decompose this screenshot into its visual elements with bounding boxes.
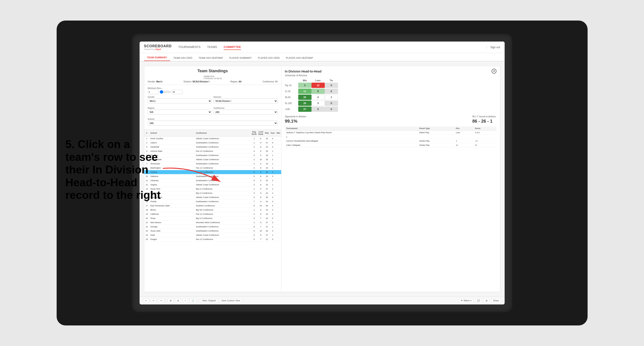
cell-rds: 30 bbox=[264, 204, 270, 208]
h2h-title: In Division Head-to-Head bbox=[285, 70, 322, 73]
cell-rds: 30 bbox=[264, 170, 270, 174]
opponents-label: Opponents in division: bbox=[285, 115, 306, 118]
region-select[interactable]: N/A bbox=[148, 110, 212, 114]
cell-tour: 1 bbox=[270, 153, 276, 158]
subnav-player-summary[interactable]: PLAYER SUMMARY bbox=[226, 55, 255, 61]
cell-rank: 23 bbox=[144, 229, 150, 233]
cell-rds: 21 bbox=[264, 225, 270, 229]
division-select[interactable]: NCAA Division I bbox=[214, 99, 278, 103]
cell-event-type: Stroke Play bbox=[418, 139, 455, 143]
undo-button[interactable]: ↩ bbox=[143, 298, 149, 303]
table-row[interactable]: 7 Tennessee Southeastern Conference 4 6 … bbox=[144, 162, 281, 166]
table-row[interactable]: 22 Georgia Southeastern Conference 8 7 2… bbox=[144, 225, 281, 229]
nav-tournaments[interactable]: TOURNAMENTS bbox=[178, 44, 200, 50]
cell-pos bbox=[454, 135, 474, 139]
table-row[interactable]: 24 Duke Atlantic Coast Conference 5 9 27… bbox=[144, 233, 281, 237]
redo-button[interactable]: ↪ bbox=[158, 298, 164, 303]
close-button[interactable]: ✕ bbox=[492, 69, 496, 74]
region-filter: Region N/A bbox=[148, 107, 212, 114]
comment-btn[interactable]: 💬 bbox=[475, 298, 482, 303]
watch-btn[interactable]: 👁 Watch ▾ bbox=[458, 298, 474, 303]
cell-reg-rank: 3 bbox=[251, 216, 258, 220]
subnav-team-h2h-heatmap[interactable]: TEAM H2H HEATMAP bbox=[195, 55, 226, 61]
table-row[interactable]: 12 Virginia Atlantic Coast Conference 3 … bbox=[144, 183, 281, 187]
cell-school: Georgia bbox=[150, 225, 195, 229]
nav-teams[interactable]: TEAMS bbox=[207, 44, 217, 50]
subnav-team-summary[interactable]: TEAM SUMMARY bbox=[144, 54, 170, 61]
cell-conf-rank: 9 bbox=[258, 208, 264, 212]
col-rds: Rds bbox=[264, 130, 270, 137]
h2h-tie-cell: 0 bbox=[325, 101, 338, 106]
table-row[interactable]: 1 North Carolina Atlantic Coast Conferen… bbox=[144, 137, 281, 141]
table-row[interactable]: 20 Texas Big 12 Conference 3 7 20 0 bbox=[144, 216, 281, 220]
table-row[interactable]: 5 Ole Miss Southeastern Conference 3 6 1… bbox=[144, 153, 281, 158]
subnav-player-h2h-grid[interactable]: PLAYER H2H GRID bbox=[255, 55, 283, 61]
cell-tour: 1 bbox=[270, 149, 276, 153]
table-row[interactable]: 11 Arkansas Southeastern Conference 6 8 … bbox=[144, 178, 281, 183]
cell-conf-rank: 8 bbox=[258, 178, 264, 183]
cell-school: Illinois bbox=[150, 208, 195, 212]
undo2-button[interactable]: ↩ bbox=[151, 298, 156, 303]
table-row[interactable]: 17 East Tennessee State Southern Confere… bbox=[144, 204, 281, 208]
table-row[interactable]: 6 Florida State Atlantic Coast Conferenc… bbox=[144, 158, 281, 162]
minus-btn[interactable]: ⊟ bbox=[175, 298, 181, 303]
table-row[interactable]: 4 Arizona State Pac-12 Conference 4 6 26… bbox=[144, 149, 281, 153]
save-custom-view-btn[interactable]: Save Custom View bbox=[220, 298, 242, 303]
table-row[interactable]: 21 New Mexico Mountain West Conference 1… bbox=[144, 220, 281, 225]
rounds-slider[interactable] bbox=[160, 90, 171, 94]
table-row[interactable]: 3 Vanderbilt Southeastern Conference 2 8… bbox=[144, 145, 281, 149]
table-row[interactable]: 23 Texas A&M Southeastern Conference 9 1… bbox=[144, 229, 281, 233]
h2h-tie-cell: 0 bbox=[325, 83, 338, 88]
col-pos: Pos bbox=[454, 126, 474, 131]
table-row[interactable]: 15 Georgia Tech Atlantic Coast Conferenc… bbox=[144, 195, 281, 199]
view-original-btn[interactable]: View: Original bbox=[200, 298, 218, 303]
cell-reg-rank: 8 bbox=[251, 225, 258, 229]
min-rounds-input[interactable] bbox=[148, 90, 159, 94]
cell-conference: Southeastern Conference bbox=[195, 162, 251, 166]
cell-rds: 27 bbox=[264, 141, 270, 145]
cell-rds: 27 bbox=[264, 187, 270, 191]
tournament-section: Tournament Event Type Pos Score Jack bbox=[285, 126, 496, 147]
table-row[interactable]: 14 Oklahoma Big 12 Conference 3 9 24 2 bbox=[144, 191, 281, 195]
share-btn[interactable]: Share bbox=[491, 298, 501, 303]
h2h-tie-cell: 1 bbox=[325, 95, 338, 100]
cell-rds: 24 bbox=[264, 191, 270, 195]
conference-select[interactable]: (All) bbox=[214, 110, 278, 114]
tournament-row: Jackson T. Stephens Cup Men's Match-Play… bbox=[285, 131, 496, 135]
cell-tournament-name: 1 bbox=[285, 135, 418, 139]
cell-rank: 19 bbox=[144, 212, 150, 216]
cell-reg-rank: 1 bbox=[251, 187, 258, 191]
table-row[interactable]: 25 Oregon Pac-12 Conference 5 7 21 0 bbox=[144, 237, 281, 241]
table-row[interactable]: 2 Auburn Southeastern Conference 1 9 27 … bbox=[144, 141, 281, 145]
max-rounds-input[interactable] bbox=[172, 90, 183, 94]
col-school: School bbox=[150, 130, 195, 137]
subnav-player-h2h-heatmap[interactable]: PLAYER H2H HEATMAP bbox=[283, 55, 316, 61]
sign-out[interactable]: Sign out bbox=[486, 46, 500, 49]
cell-reg-rank: 1 bbox=[251, 208, 258, 212]
table-row[interactable]: 13 Texas Tech Big 12 Conference 1 9 27 2 bbox=[144, 187, 281, 191]
cell-rds: 18 bbox=[264, 162, 270, 166]
grid-btn[interactable]: ⊞ bbox=[168, 298, 174, 303]
table-row[interactable]: 8 Washington Pac-12 Conference 2 8 23 1 bbox=[144, 166, 281, 170]
cell-reg-rank: 2 bbox=[251, 158, 258, 162]
h2h-win-cell: 11 bbox=[298, 89, 312, 94]
cell-event-type: Match Play bbox=[418, 131, 455, 135]
cell-conf-rank: 8 bbox=[258, 183, 264, 187]
school-select[interactable]: (All) bbox=[148, 121, 278, 126]
nav-committee[interactable]: COMMITTEE bbox=[224, 44, 241, 50]
subnav-team-h2h-grid[interactable]: TEAM H2H GRID bbox=[170, 55, 195, 61]
table-row[interactable]: 16 Florida Southeastern Conference 7 9 2… bbox=[144, 199, 281, 204]
layout-btn[interactable]: ⊞ bbox=[484, 298, 489, 303]
cell-win bbox=[276, 225, 281, 229]
opponents-info-right: W-L-T record in-division: 86 - 26 - 1 bbox=[472, 115, 496, 124]
clock-btn[interactable]: 🕐 bbox=[190, 298, 196, 303]
gender-select[interactable]: Men's bbox=[148, 99, 212, 103]
table-row[interactable]: 19 California Pac-12 Conference 4 8 24 2 bbox=[144, 212, 281, 216]
table-row[interactable]: 10 Alabama Southeastern Conference 5 8 2… bbox=[144, 174, 281, 178]
plus-btn[interactable]: + bbox=[183, 298, 188, 303]
table-row[interactable]: 18 Illinois Big Ten Conference 1 9 23 3 bbox=[144, 208, 281, 212]
cell-conference: Southeastern Conference bbox=[195, 225, 251, 229]
opponents-section: Opponents in division: 99.1% W-L-T recor… bbox=[285, 115, 496, 124]
conference-meta: Conference: All bbox=[262, 80, 278, 83]
table-row[interactable]: 9 Arizona Pac-12 Conference 5 8 30 1 bbox=[144, 170, 281, 174]
